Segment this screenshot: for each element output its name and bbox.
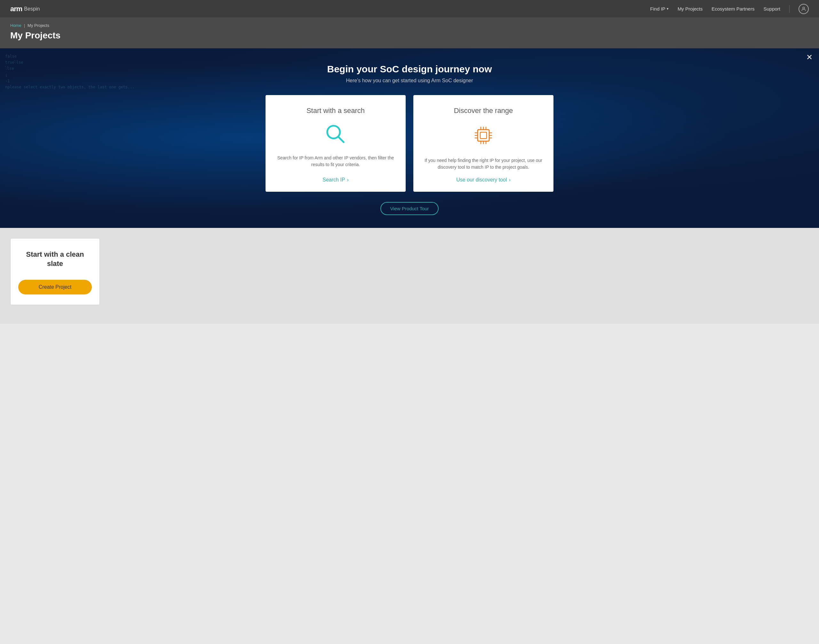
- logo: arm Bespin: [10, 5, 40, 13]
- hero-banner: ✕ Begin your SoC design journey now Here…: [0, 48, 819, 228]
- user-icon[interactable]: [799, 4, 809, 14]
- svg-point-0: [803, 7, 805, 9]
- discovery-tool-link[interactable]: Use our discovery tool ›: [456, 177, 511, 183]
- nav-support[interactable]: Support: [763, 6, 780, 12]
- page-title: My Projects: [10, 31, 809, 41]
- discover-card-title: Discover the range: [454, 107, 513, 115]
- breadcrumb: Home | My Projects: [10, 23, 809, 28]
- hero-title: Begin your SoC design journey now: [327, 64, 492, 75]
- product-tour-button[interactable]: View Product Tour: [380, 202, 438, 215]
- discover-card: Discover the range: [413, 95, 553, 192]
- nav-divider: [789, 5, 790, 13]
- main-content: Start with a clean slate Create Project: [0, 228, 819, 324]
- create-project-card: Start with a clean slate Create Project: [10, 238, 100, 305]
- bespin-logo-text: Bespin: [24, 6, 40, 12]
- nav-my-projects[interactable]: My Projects: [678, 6, 703, 12]
- svg-line-2: [338, 137, 344, 142]
- search-ip-link[interactable]: Search IP ›: [323, 177, 349, 183]
- chevron-right-icon: ›: [509, 177, 510, 183]
- arm-logo-text: arm: [10, 5, 22, 13]
- close-button[interactable]: ✕: [806, 54, 813, 61]
- nav-links: Find IP ▾ My Projects Ecosystem Partners…: [650, 4, 809, 14]
- nav-find-ip[interactable]: Find IP ▾: [650, 6, 669, 12]
- breadcrumb-current: My Projects: [28, 23, 49, 28]
- chevron-down-icon: ▾: [667, 7, 669, 11]
- svg-rect-3: [478, 130, 489, 141]
- search-icon: [324, 123, 347, 147]
- navbar: arm Bespin Find IP ▾ My Projects Ecosyst…: [0, 0, 819, 18]
- chip-icon: [471, 123, 496, 149]
- hero-cards: Start with a search Search for IP from A…: [266, 95, 553, 192]
- search-card-title: Start with a search: [306, 107, 365, 115]
- svg-rect-4: [480, 132, 487, 139]
- create-project-title: Start with a clean slate: [18, 250, 92, 268]
- breadcrumb-separator: |: [24, 23, 25, 28]
- chevron-right-icon: ›: [347, 177, 348, 183]
- hero-subtitle: Here's how you can get started using Arm…: [346, 78, 473, 84]
- nav-ecosystem-partners[interactable]: Ecosystem Partners: [712, 6, 755, 12]
- search-card-desc: Search for IP from Arm and other IP vend…: [276, 155, 395, 170]
- breadcrumb-home[interactable]: Home: [10, 23, 21, 28]
- search-card: Start with a search Search for IP from A…: [266, 95, 406, 192]
- discover-card-desc: If you need help finding the right IP fo…: [424, 157, 543, 170]
- page-header: Home | My Projects My Projects: [0, 18, 819, 48]
- create-project-button[interactable]: Create Project: [18, 280, 92, 294]
